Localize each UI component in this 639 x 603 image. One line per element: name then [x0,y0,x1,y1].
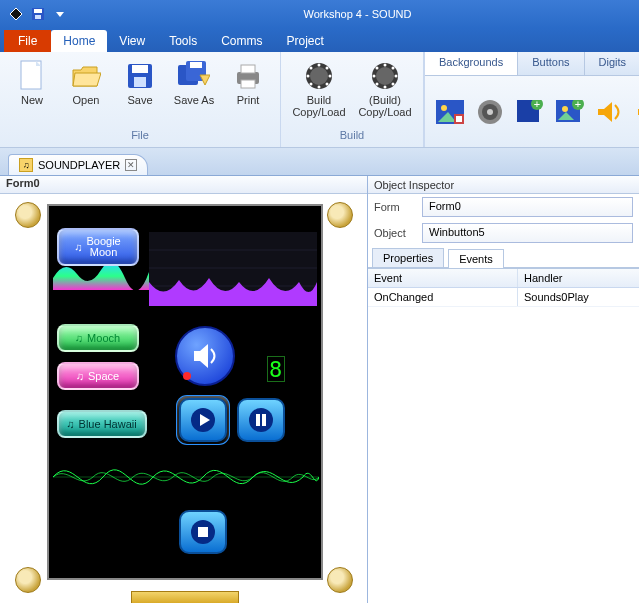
widget-sound-icon[interactable] [595,97,625,127]
new-icon [16,60,48,92]
tab-tools[interactable]: Tools [157,30,209,52]
panel-tab-backgrounds[interactable]: Backgrounds [425,52,518,75]
event-handler-cell[interactable]: Sounds0Play [518,288,639,306]
gear-icon [303,60,335,92]
svg-marker-4 [56,12,64,17]
widget-add-media-icon[interactable]: + [555,97,585,127]
object-selector[interactable]: Winbutton5 [422,223,633,243]
save-as-button[interactable]: Save As [168,56,220,110]
svg-point-33 [376,67,379,70]
column-header-event[interactable]: Event [368,269,518,287]
qat-dropdown-icon[interactable] [50,4,70,24]
svg-point-19 [318,64,321,67]
volume-knob[interactable] [175,326,235,386]
waveform-widget[interactable] [53,450,319,504]
svg-point-21 [307,75,310,78]
form-selector[interactable]: Form0 [422,197,633,217]
music-note-icon: ♫ [74,241,82,253]
open-folder-icon [70,60,102,92]
song-button-boogie-moon[interactable]: ♫ BoogieMoon [57,228,139,266]
music-note-icon: ♫ [76,370,84,382]
widget-add-sound-icon[interactable]: + [635,97,639,127]
frame-hole-icon [15,202,41,228]
panel-tab-digits[interactable]: Digits [585,52,639,75]
svg-point-22 [329,75,332,78]
device-connector [131,591,239,603]
pause-icon [248,407,274,433]
svg-point-49 [562,106,568,112]
svg-point-35 [376,83,379,86]
qat-save-icon[interactable] [28,4,48,24]
svg-point-34 [392,67,395,70]
svg-point-36 [392,83,395,86]
ribbon-widget-panel: Backgrounds Buttons Digits Gauges + + + [424,52,639,147]
save-icon [124,60,156,92]
object-label: Object [374,227,416,239]
document-tabs: ♫ SOUNDPLAYER ✕ [0,148,639,176]
app-icon[interactable] [6,4,26,24]
tab-file[interactable]: File [4,30,51,52]
designer-pane: Form0 [0,176,368,603]
ribbon-group-file-label: File [6,127,274,143]
song-button-mooch[interactable]: ♫Mooch [57,324,139,352]
svg-point-28 [376,67,394,85]
document-tab-soundplayer[interactable]: ♫ SOUNDPLAYER ✕ [8,154,148,175]
pause-button[interactable] [237,398,285,442]
save-button[interactable]: Save [114,56,166,110]
svg-point-32 [395,75,398,78]
svg-rect-9 [134,77,146,87]
svg-marker-62 [194,344,208,368]
digit-display[interactable]: 8 [267,356,285,382]
frame-hole-icon [327,202,353,228]
svg-rect-15 [241,65,255,73]
svg-rect-12 [190,62,202,68]
speaker-icon [190,341,220,371]
object-inspector-pane: Object Inspector Form Form0 Object Winbu… [368,176,639,603]
svg-point-29 [384,64,387,67]
rebuild-copy-load-button[interactable]: (Build)Copy/Load [353,56,417,122]
ribbon-group-file: New Open Save Save As Print File [0,52,281,147]
svg-marker-0 [10,8,22,20]
svg-text:+: + [575,100,581,110]
event-name-cell: OnChanged [368,288,518,306]
document-tab-label: SOUNDPLAYER [38,159,120,171]
print-button[interactable]: Print [222,56,274,110]
tab-view[interactable]: View [107,30,157,52]
open-button[interactable]: Open [60,56,112,110]
tab-comms[interactable]: Comms [209,30,274,52]
tab-home[interactable]: Home [51,30,107,52]
new-button[interactable]: New [6,56,58,110]
stop-button[interactable] [179,510,227,554]
svg-rect-8 [132,65,148,73]
svg-point-30 [384,86,387,89]
song-button-blue-hawaii[interactable]: ♫Blue Hawaii [57,410,147,438]
music-note-icon: ♫ [75,332,83,344]
ribbon-group-build: BuildCopy/Load (Build)Copy/Load Build [281,52,424,147]
widget-add-image-icon[interactable]: + [515,97,545,127]
device-screen[interactable]: ♫ BoogieMoon ♫Mooch ♫Space ♫Blue Hawaii [47,204,323,580]
object-inspector-title: Object Inspector [368,176,639,194]
print-icon [232,60,264,92]
svg-rect-3 [35,15,41,19]
quick-access-toolbar [0,4,76,24]
svg-point-25 [310,83,313,86]
svg-point-18 [310,67,328,85]
play-button[interactable] [179,398,227,442]
tab-events[interactable]: Events [448,249,504,268]
svg-rect-66 [256,414,260,426]
widget-image-icon[interactable] [435,97,465,127]
device-frame: ♫ BoogieMoon ♫Mooch ♫Space ♫Blue Hawaii [13,200,355,595]
song-button-space[interactable]: ♫Space [57,362,139,390]
scope-widget[interactable] [149,232,317,306]
widget-video-icon[interactable] [475,97,505,127]
tab-properties[interactable]: Properties [372,248,444,267]
close-tab-icon[interactable]: ✕ [125,159,137,171]
build-copy-load-button[interactable]: BuildCopy/Load [287,56,351,122]
column-header-handler[interactable]: Handler [518,269,639,287]
svg-point-38 [441,105,447,111]
tab-project[interactable]: Project [275,30,336,52]
table-row[interactable]: OnChanged Sounds0Play [368,288,639,307]
ribbon-group-build-label: Build [287,127,417,143]
panel-tab-buttons[interactable]: Buttons [518,52,584,75]
svg-rect-41 [456,116,462,122]
